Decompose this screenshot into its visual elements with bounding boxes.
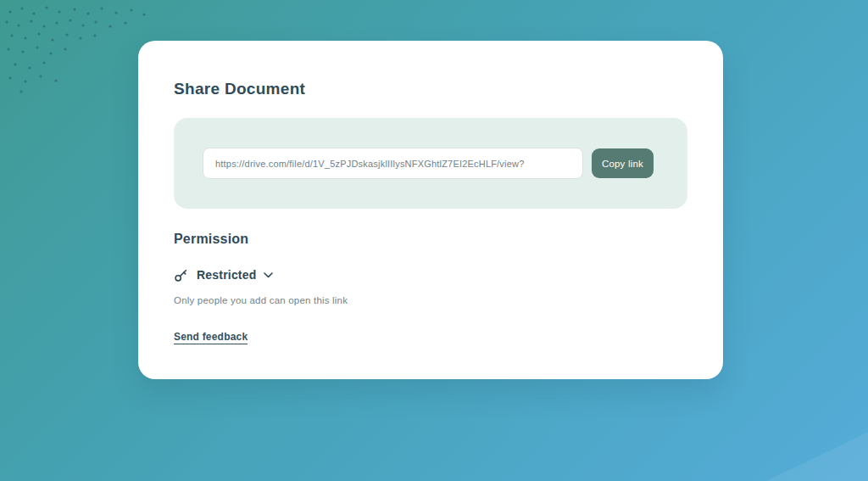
dialog-title: Share Document xyxy=(174,80,687,98)
copy-link-button[interactable]: Copy link xyxy=(592,148,654,178)
permission-description: Only people you add can open this link xyxy=(174,295,687,305)
corner-wedge xyxy=(766,432,868,481)
link-panel: Copy link xyxy=(174,118,687,209)
key-icon xyxy=(174,267,189,282)
permission-heading: Permission xyxy=(174,232,687,247)
share-link-input[interactable] xyxy=(203,148,583,179)
permission-selected-label: Restricted xyxy=(197,268,256,282)
chevron-down-icon xyxy=(264,272,273,278)
share-dialog: Share Document Copy link Permission Rest… xyxy=(138,41,723,379)
app-background: { "dialog": { "title": "Share Document" … xyxy=(0,0,868,481)
send-feedback-link[interactable]: Send feedback xyxy=(174,331,248,344)
permission-dropdown[interactable]: Restricted xyxy=(174,267,273,282)
